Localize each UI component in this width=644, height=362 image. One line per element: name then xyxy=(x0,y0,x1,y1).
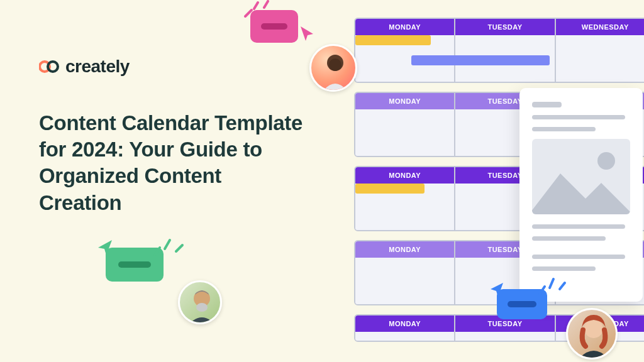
doc-text-line xyxy=(532,255,625,259)
calendar-day: MONDAY xyxy=(355,93,455,156)
svg-point-16 xyxy=(584,319,603,338)
svg-point-15 xyxy=(196,303,208,312)
brand-logo: creately xyxy=(39,57,130,77)
day-header: WEDNESDAY xyxy=(556,19,644,35)
svg-line-11 xyxy=(560,283,565,289)
sparkle-icon xyxy=(151,234,186,261)
svg-point-13 xyxy=(329,58,341,71)
day-header: MONDAY xyxy=(355,19,454,35)
svg-line-9 xyxy=(540,287,545,294)
svg-line-7 xyxy=(165,240,170,249)
svg-line-4 xyxy=(254,3,258,9)
day-header: TUESDAY xyxy=(455,19,554,35)
image-placeholder-icon xyxy=(532,139,630,214)
calendar-task xyxy=(355,184,425,194)
avatar xyxy=(566,308,618,359)
calendar-day: MONDAY xyxy=(355,19,455,82)
doc-image-placeholder xyxy=(532,139,630,214)
calendar-day: WEDNESDAY xyxy=(556,19,644,82)
doc-text-line xyxy=(532,127,596,131)
doc-text-line xyxy=(532,236,606,241)
calendar-task xyxy=(355,35,431,45)
calendar-day: MONDAY xyxy=(355,167,455,230)
brand-name: creately xyxy=(65,57,130,77)
doc-title-line xyxy=(532,102,562,107)
svg-line-5 xyxy=(264,1,268,8)
cursor-badge xyxy=(250,10,298,43)
calendar-day: TUESDAY xyxy=(455,315,555,341)
svg-line-10 xyxy=(550,279,553,288)
document-preview xyxy=(519,88,643,302)
calendar-day: TUESDAY xyxy=(455,19,555,82)
doc-text-line xyxy=(532,115,625,119)
calendar-day: MONDAY xyxy=(355,241,455,304)
doc-text-line xyxy=(532,266,596,271)
day-header: MONDAY xyxy=(355,241,454,258)
svg-line-6 xyxy=(155,248,160,255)
cursor-green xyxy=(106,248,164,282)
svg-line-8 xyxy=(176,245,182,251)
avatar xyxy=(309,44,357,92)
person-icon xyxy=(568,310,618,359)
day-header: MONDAY xyxy=(355,167,454,184)
day-header: MONDAY xyxy=(355,315,454,332)
calendar-task xyxy=(411,55,550,65)
page-title: Content Calendar Template for 2024: Your… xyxy=(39,110,309,216)
svg-point-2 xyxy=(597,152,615,170)
cursor-pink xyxy=(250,10,298,43)
cursor-blue xyxy=(497,289,547,319)
logo-mark-icon xyxy=(39,60,60,74)
calendar-week: MONDAY TUESDAY WEDNESDAY xyxy=(354,18,644,83)
calendar-day: MONDAY xyxy=(355,315,455,341)
day-header: MONDAY xyxy=(355,93,454,109)
doc-text-line xyxy=(532,224,625,229)
avatar xyxy=(178,280,222,324)
person-icon xyxy=(180,282,222,324)
pointer-icon xyxy=(299,25,314,41)
person-icon xyxy=(311,46,357,92)
sparkle-icon xyxy=(536,274,569,299)
